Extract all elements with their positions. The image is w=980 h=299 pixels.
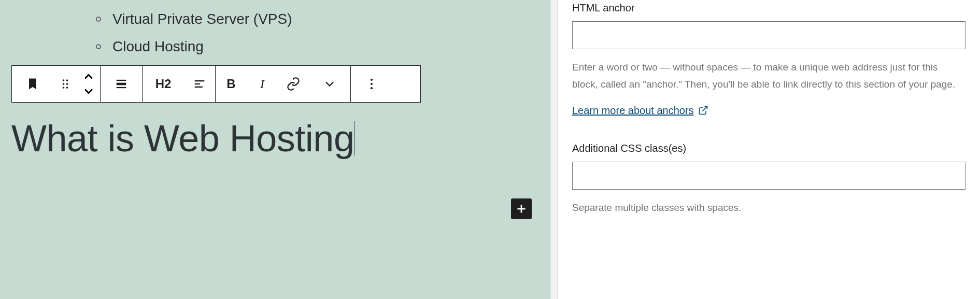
block-toolbar: H2 B I: [11, 65, 421, 103]
drag-icon: [58, 77, 73, 91]
panel-divider: [550, 0, 558, 299]
drag-handle-button[interactable]: [53, 66, 77, 102]
bold-icon: B: [226, 77, 235, 91]
svg-point-12: [371, 79, 373, 81]
css-classes-help: Separate multiple classes with spaces.: [572, 199, 965, 216]
link-icon: [286, 77, 301, 91]
text-align-left-icon: [192, 77, 207, 91]
editor-canvas: Virtual Private Server (VPS) Cloud Hosti…: [0, 0, 550, 299]
list-item-text: Cloud Hosting: [112, 33, 204, 60]
svg-point-1: [66, 80, 68, 82]
svg-point-14: [371, 87, 373, 89]
more-rich-text-button[interactable]: [309, 66, 350, 102]
move-controls: [77, 66, 100, 102]
svg-point-13: [371, 83, 373, 85]
text-align-button[interactable]: [184, 66, 215, 102]
bullet-icon: [96, 44, 101, 49]
list-item[interactable]: Cloud Hosting: [96, 33, 550, 60]
svg-point-2: [62, 83, 64, 86]
settings-sidebar: HTML anchor Enter a word or two — withou…: [558, 0, 980, 299]
link-text: Learn more about anchors: [572, 105, 694, 117]
move-down-button[interactable]: [81, 84, 96, 102]
bullet-icon: [96, 17, 101, 22]
list-block[interactable]: Virtual Private Server (VPS) Cloud Hosti…: [0, 0, 550, 60]
svg-line-17: [702, 107, 707, 111]
heading-level-label: H2: [155, 77, 172, 91]
chevron-down-icon: [322, 77, 337, 91]
svg-point-5: [66, 87, 68, 89]
svg-point-0: [62, 80, 64, 82]
html-anchor-input[interactable]: [572, 21, 965, 49]
bold-button[interactable]: B: [216, 66, 247, 102]
add-block-button[interactable]: [511, 198, 532, 219]
html-anchor-help: Enter a word or two — without spaces — t…: [572, 59, 965, 93]
svg-point-4: [62, 87, 64, 89]
align-button[interactable]: [101, 66, 142, 102]
chevron-up-icon: [81, 69, 96, 84]
css-classes-label: Additional CSS class(es): [572, 143, 965, 154]
css-classes-input[interactable]: [572, 162, 965, 190]
svg-point-3: [66, 83, 68, 86]
heading-level-button[interactable]: H2: [143, 66, 184, 102]
link-button[interactable]: [278, 66, 309, 102]
list-item-text: Virtual Private Server (VPS): [112, 5, 292, 33]
learn-more-anchors-link[interactable]: Learn more about anchors: [572, 105, 708, 117]
move-up-button[interactable]: [81, 66, 96, 84]
chevron-down-icon: [81, 84, 96, 98]
block-type-button[interactable]: [12, 66, 53, 102]
bookmark-icon: [25, 77, 40, 91]
more-vertical-icon: [364, 77, 379, 91]
plus-icon: [515, 202, 528, 216]
options-button[interactable]: [351, 66, 392, 102]
list-item[interactable]: Virtual Private Server (VPS): [96, 5, 550, 33]
html-anchor-label: HTML anchor: [572, 2, 965, 14]
external-link-icon: [698, 105, 708, 116]
heading-block[interactable]: What is Web Hosting: [11, 117, 354, 160]
italic-icon: I: [260, 77, 264, 91]
align-icon: [114, 77, 129, 91]
italic-button[interactable]: I: [247, 66, 278, 102]
